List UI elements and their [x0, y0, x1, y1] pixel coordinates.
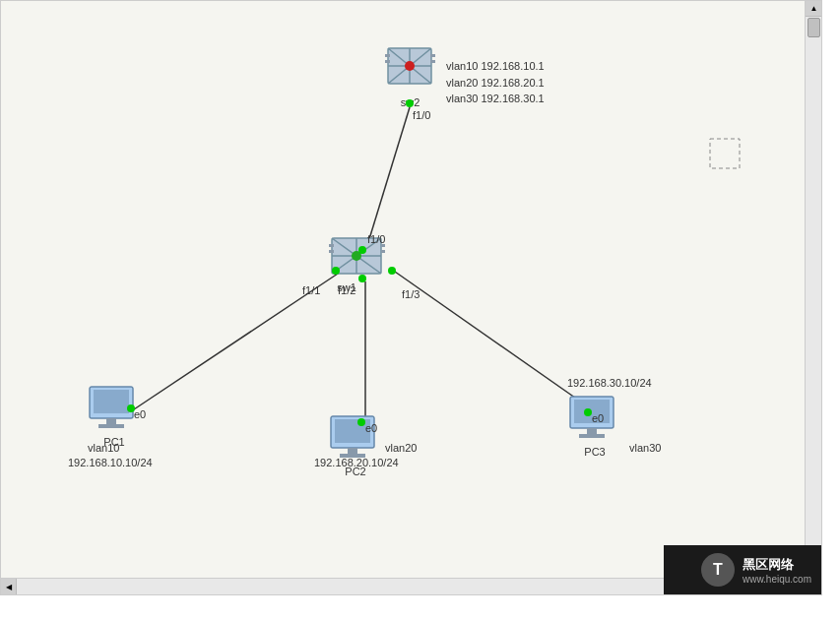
svg-rect-14: [430, 60, 435, 63]
svg-rect-13: [430, 54, 435, 57]
svg-rect-4: [710, 139, 740, 168]
svg-rect-11: [385, 54, 390, 57]
pc3-ip-above-label: 192.168.30.10/24: [567, 377, 652, 389]
svg-rect-31: [348, 448, 357, 454]
scroll-up-arrow[interactable]: ▲: [806, 1, 822, 17]
sw1-f13-label: f1/3: [402, 288, 420, 300]
pc2-port-dot: [357, 418, 365, 426]
svg-line-3: [395, 272, 592, 409]
pc2-ip-label: 192.168.20.10/24: [314, 457, 399, 468]
svg-point-10: [405, 61, 415, 71]
pc2-vlan-label: vlan20: [385, 442, 417, 454]
pc3-e0-label: e0: [592, 412, 604, 424]
svg-rect-12: [385, 60, 390, 63]
watermark-text-block: 黑区网络 www.heiqu.com: [743, 556, 811, 585]
svg-rect-28: [98, 424, 124, 428]
pc2-e0-label: e0: [365, 422, 377, 434]
sw1-f11-label: f1/1: [302, 284, 320, 296]
sw2-icon: [383, 40, 437, 94]
svg-rect-35: [587, 428, 597, 434]
svg-rect-24: [381, 250, 385, 253]
sw2-device: sw2: [383, 40, 437, 108]
sw2-vlan30-label: vlan30 192.168.30.1: [446, 91, 545, 107]
sw1-top-port-dot: [358, 246, 366, 254]
svg-rect-27: [106, 418, 116, 424]
sw2-f10-label: f1/0: [413, 109, 430, 121]
sw1-right-port-dot: [388, 267, 396, 275]
svg-rect-36: [579, 434, 605, 438]
svg-rect-26: [94, 390, 129, 413]
watermark-icon: T: [701, 553, 735, 587]
sw1-center-port-dot: [358, 275, 366, 282]
vertical-scrollbar[interactable]: ▲: [805, 1, 821, 580]
pc3-vlan-label: vlan30: [629, 442, 661, 454]
sw2-vlan10-label: vlan10 192.168.10.1: [446, 58, 545, 75]
scroll-thumb[interactable]: [808, 18, 820, 37]
watermark-bar: T 黑区网络 www.heiqu.com: [664, 545, 821, 594]
sw2-port-dot: [406, 99, 414, 107]
sw1-f10-label: f1/0: [367, 233, 385, 245]
sw1-left-port-dot: [332, 267, 340, 275]
svg-line-0: [365, 107, 410, 252]
watermark-url: www.heiqu.com: [743, 574, 811, 585]
sw2-vlan20-label: vlan20 192.168.20.1: [446, 75, 545, 92]
pc1-ip-label: 192.168.10.10/24: [68, 457, 153, 468]
sw2-info: vlan10 192.168.10.1 vlan20 192.168.20.1 …: [446, 58, 545, 107]
pc3-label: PC3: [584, 446, 605, 458]
pc1-vlan-label: vlan10: [88, 442, 119, 454]
watermark-site-name: 黑区网络: [743, 556, 794, 574]
pc1-e0-label: e0: [134, 408, 146, 420]
sw1-f12-label: f1/2: [338, 284, 355, 296]
svg-rect-22: [329, 250, 334, 253]
svg-rect-21: [329, 244, 334, 247]
main-window: sw2 vlan10 192.168.10.1 vlan20 192.168.2…: [0, 0, 822, 595]
pc3-port-dot: [584, 408, 592, 416]
watermark-icon-letter: T: [713, 561, 723, 579]
scroll-left-arrow[interactable]: ◀: [1, 579, 17, 595]
pc3-device: PC3: [565, 395, 624, 458]
network-canvas: sw2 vlan10 192.168.10.1 vlan20 192.168.2…: [1, 1, 806, 579]
